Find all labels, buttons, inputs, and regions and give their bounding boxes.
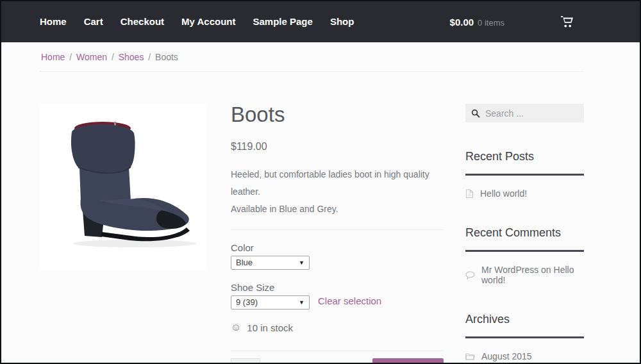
product-description-line2: Available in Blue and Grey. xyxy=(231,201,444,218)
product-summary: Boots $119.00 Heeled, but comfortable la… xyxy=(231,104,444,364)
breadcrumb-separator: / xyxy=(148,52,151,62)
size-label: Shoe Size xyxy=(231,282,444,293)
main-content: Boots $119.00 Heeled, but comfortable la… xyxy=(40,72,584,364)
stock-status-text: 10 in stock xyxy=(247,322,293,333)
color-select[interactable]: Blue ▼ xyxy=(231,256,310,270)
size-select[interactable]: 9 (39) ▼ xyxy=(231,295,310,310)
widget-recent-posts: Recent Posts Hello world! xyxy=(465,150,584,199)
color-select-value: Blue xyxy=(236,258,253,267)
cart-icon[interactable] xyxy=(561,16,573,28)
cart-summary[interactable]: $0.00 0 items xyxy=(450,17,504,28)
widget-archives: Archives August 2015 xyxy=(465,313,584,361)
widget-title: Recent Comments xyxy=(465,226,584,240)
widget-rule xyxy=(465,336,584,338)
breadcrumb-separator: / xyxy=(69,52,72,62)
breadcrumb-link-home[interactable]: Home xyxy=(41,52,65,62)
search-box[interactable] xyxy=(465,104,584,122)
cart-total: $0.00 xyxy=(450,17,474,28)
widget-rule xyxy=(465,250,584,252)
divider xyxy=(231,229,444,230)
nav-item-home[interactable]: Home xyxy=(40,16,67,28)
clear-selection-link[interactable]: Clear selection xyxy=(318,295,381,306)
breadcrumb: Home / Women / Shoes / Boots xyxy=(40,42,584,72)
nav-link-home[interactable]: Home xyxy=(40,16,67,27)
widget-recent-comments: Recent Comments Mr WordPress on Hello wo… xyxy=(465,226,584,285)
add-to-cart-button[interactable]: Add to cart xyxy=(372,358,444,364)
search-icon xyxy=(471,109,480,118)
top-navbar: Home Cart Checkout My Account Sample Pag… xyxy=(1,1,640,42)
list-item: August 2015 xyxy=(465,351,584,361)
widget-rule xyxy=(465,174,584,176)
list-item: Hello world! xyxy=(465,188,584,199)
color-label: Color xyxy=(231,242,444,253)
quantity-input[interactable] xyxy=(231,358,260,364)
breadcrumb-link-women[interactable]: Women xyxy=(76,52,107,62)
size-select-value: 9 (39) xyxy=(236,297,258,307)
search-input[interactable] xyxy=(485,108,578,119)
cart-item-count: 0 items xyxy=(478,18,504,28)
breadcrumb-separator: / xyxy=(112,52,114,62)
recent-comment-link[interactable]: Mr WordPress on Hello world! xyxy=(481,265,584,285)
sidebar: Recent Posts Hello world! Recent xyxy=(465,104,584,361)
browser-viewport: Home Cart Checkout My Account Sample Pag… xyxy=(0,0,641,364)
stock-status: ☺ 10 in stock xyxy=(231,322,444,333)
nav-link-shop[interactable]: Shop xyxy=(330,16,354,27)
widget-title: Recent Posts xyxy=(465,150,584,163)
nav-item-checkout[interactable]: Checkout xyxy=(121,16,164,28)
primary-menu: Home Cart Checkout My Account Sample Pag… xyxy=(40,16,354,28)
archive-link[interactable]: August 2015 xyxy=(481,351,532,361)
product-title: Boots xyxy=(231,104,444,126)
breadcrumb-link-shoes[interactable]: Shoes xyxy=(119,52,144,62)
chevron-down-icon: ▼ xyxy=(299,260,304,266)
document-icon xyxy=(465,189,474,199)
recent-post-link[interactable]: Hello world! xyxy=(480,188,527,199)
list-item: Mr WordPress on Hello world! xyxy=(465,265,584,285)
nav-item-cart[interactable]: Cart xyxy=(84,16,103,28)
product-description: Heeled, but comfortable ladies boot in h… xyxy=(231,166,444,219)
breadcrumb-current: Boots xyxy=(155,52,178,62)
product-description-line1: Heeled, but comfortable ladies boot in h… xyxy=(231,166,444,201)
folder-icon xyxy=(465,352,475,360)
nav-link-cart[interactable]: Cart xyxy=(84,16,103,27)
product-image[interactable] xyxy=(40,104,206,270)
divider xyxy=(231,351,444,351)
nav-item-sample-page[interactable]: Sample Page xyxy=(253,16,313,28)
size-row: 9 (39) ▼ Clear selection xyxy=(231,293,444,310)
comment-icon xyxy=(465,271,475,279)
product-price: $119.00 xyxy=(231,141,444,153)
widget-title: Archives xyxy=(465,313,584,326)
nav-item-my-account[interactable]: My Account xyxy=(181,16,235,28)
chevron-down-icon: ▼ xyxy=(299,299,304,306)
add-to-cart-row: Add to cart xyxy=(231,358,444,364)
nav-item-shop[interactable]: Shop xyxy=(330,16,354,28)
nav-link-sample-page[interactable]: Sample Page xyxy=(253,16,313,27)
smiley-icon: ☺ xyxy=(231,322,241,333)
nav-link-my-account[interactable]: My Account xyxy=(181,16,235,27)
nav-link-checkout[interactable]: Checkout xyxy=(121,16,164,27)
